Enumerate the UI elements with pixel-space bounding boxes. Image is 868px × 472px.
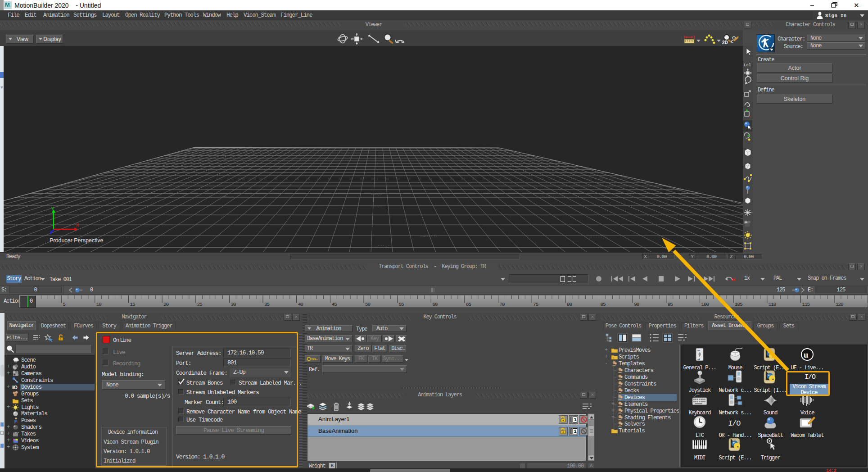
svg-text:100: 100 bbox=[701, 302, 709, 307]
svg-text:40: 40 bbox=[298, 302, 303, 307]
svg-text:55: 55 bbox=[399, 302, 404, 307]
svg-text:70: 70 bbox=[500, 302, 505, 307]
svg-text:105: 105 bbox=[735, 302, 742, 307]
svg-text:95: 95 bbox=[668, 302, 673, 307]
svg-text:I/O: I/O bbox=[728, 419, 741, 428]
svg-text:80: 80 bbox=[567, 302, 572, 307]
svg-text:60: 60 bbox=[432, 302, 438, 307]
svg-text:X: X bbox=[76, 222, 79, 228]
svg-text:2D: 2D bbox=[722, 40, 728, 45]
svg-text:115: 115 bbox=[802, 302, 810, 307]
svg-text:35: 35 bbox=[264, 302, 270, 307]
svg-text:25: 25 bbox=[197, 302, 203, 307]
svg-text:30: 30 bbox=[231, 302, 236, 307]
svg-text:45: 45 bbox=[331, 302, 337, 307]
svg-text:10: 10 bbox=[96, 302, 102, 307]
svg-text:85: 85 bbox=[601, 302, 606, 307]
svg-text:75: 75 bbox=[533, 302, 538, 307]
svg-text:90: 90 bbox=[634, 302, 639, 307]
svg-text:u: u bbox=[804, 350, 809, 359]
svg-text:120: 120 bbox=[836, 302, 843, 307]
svg-text:15: 15 bbox=[130, 302, 135, 307]
svg-text:20: 20 bbox=[163, 302, 169, 307]
svg-text:110: 110 bbox=[769, 302, 776, 307]
svg-text:50: 50 bbox=[365, 302, 371, 307]
svg-text:5: 5 bbox=[63, 302, 65, 307]
svg-text:I/O: I/O bbox=[12, 385, 18, 390]
svg-text:65: 65 bbox=[466, 302, 471, 307]
svg-text:Lcl: Lcl bbox=[744, 63, 751, 68]
